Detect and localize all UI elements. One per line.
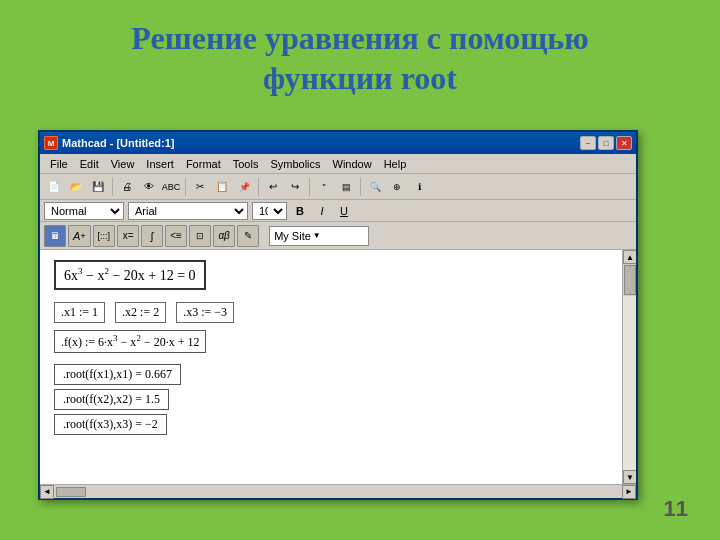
dropdown-arrow-icon: ▼ bbox=[313, 231, 321, 240]
assign-x1[interactable]: .x1 := 1 bbox=[54, 302, 105, 323]
separator-3 bbox=[258, 178, 259, 196]
math-btn-text[interactable]: ✎ bbox=[237, 225, 259, 247]
preview-icon[interactable]: 👁 bbox=[139, 177, 159, 197]
math-btn-equal[interactable]: x= bbox=[117, 225, 139, 247]
bold-button[interactable]: B bbox=[291, 202, 309, 220]
separator-4 bbox=[309, 178, 310, 196]
scroll-down-button[interactable]: ▼ bbox=[623, 470, 636, 484]
math-btn-compare[interactable]: <≡ bbox=[165, 225, 187, 247]
minimize-button[interactable]: − bbox=[580, 136, 596, 150]
math-btn-greek[interactable]: αβ bbox=[213, 225, 235, 247]
italic-button[interactable]: I bbox=[313, 202, 331, 220]
info-icon[interactable]: ℹ bbox=[409, 177, 429, 197]
new-icon[interactable]: 📄 bbox=[44, 177, 64, 197]
separator-1 bbox=[112, 178, 113, 196]
menu-edit[interactable]: Edit bbox=[74, 154, 105, 173]
title-bar: M Mathcad - [Untitled:1] − □ ✕ bbox=[40, 132, 636, 154]
assign-x2[interactable]: .x2 := 2 bbox=[115, 302, 166, 323]
quote-icon[interactable]: " bbox=[314, 177, 334, 197]
window-title: Mathcad - [Untitled:1] bbox=[62, 137, 580, 149]
main-toolbar: 📄 📂 💾 🖨 👁 ABC ✂ 📋 📌 ↩ ↪ " ▤ 🔍 ⊕ ℹ bbox=[40, 174, 636, 200]
print-icon[interactable]: 🖨 bbox=[117, 177, 137, 197]
cut-icon[interactable]: ✂ bbox=[190, 177, 210, 197]
my-site-dropdown[interactable]: My Site ▼ bbox=[269, 226, 369, 246]
menu-insert[interactable]: Insert bbox=[140, 154, 180, 173]
underline-button[interactable]: U bbox=[335, 202, 353, 220]
assignments-row: .x1 := 1 .x2 := 2 .x3 := −3 bbox=[54, 302, 608, 323]
menu-bar: File Edit View Insert Format Tools Symbo… bbox=[40, 154, 636, 174]
maximize-button[interactable]: □ bbox=[598, 136, 614, 150]
app-icon: M bbox=[44, 136, 58, 150]
separator-2 bbox=[185, 178, 186, 196]
page-number: 11 bbox=[664, 496, 688, 522]
root-results: .root(f(x1),x1) = 0.667 .root(f(x2),x2) … bbox=[54, 362, 608, 437]
root-result-3[interactable]: .root(f(x3),x3) = −2 bbox=[54, 414, 167, 435]
save-icon[interactable]: 💾 bbox=[88, 177, 108, 197]
root-result-1[interactable]: .root(f(x1),x1) = 0.667 bbox=[54, 364, 181, 385]
resource-icon[interactable]: ▤ bbox=[336, 177, 356, 197]
open-icon[interactable]: 📂 bbox=[66, 177, 86, 197]
content-area: 6x3 − x2 − 20x + 12 = 0 .x1 := 1 .x2 := … bbox=[40, 250, 636, 484]
menu-help[interactable]: Help bbox=[378, 154, 413, 173]
find-icon[interactable]: 🔍 bbox=[365, 177, 385, 197]
math-toolbar: 🖩 A+ [:::] x= ∫ <≡ ⊡ αβ ✎ My Site ▼ bbox=[40, 222, 636, 250]
format-bar: Normal Arial 10 B I U bbox=[40, 200, 636, 222]
vertical-scrollbar: ▲ ▼ bbox=[622, 250, 636, 484]
math-btn-integral[interactable]: ∫ bbox=[141, 225, 163, 247]
slide-title: Решение уравнения с помощью функции root bbox=[80, 18, 640, 98]
undo-icon[interactable]: ↩ bbox=[263, 177, 283, 197]
function-definition[interactable]: .f(x) := 6·x3 − x2 − 20·x + 12 bbox=[54, 330, 206, 353]
scroll-right-button[interactable]: ► bbox=[622, 485, 636, 499]
menu-window[interactable]: Window bbox=[327, 154, 378, 173]
math-btn-calc[interactable]: 🖩 bbox=[44, 225, 66, 247]
scroll-left-button[interactable]: ◄ bbox=[40, 485, 54, 499]
main-equation[interactable]: 6x3 − x2 − 20x + 12 = 0 bbox=[54, 260, 206, 290]
scroll-up-button[interactable]: ▲ bbox=[623, 250, 636, 264]
style-select[interactable]: Normal bbox=[44, 202, 124, 220]
menu-view[interactable]: View bbox=[105, 154, 141, 173]
menu-format[interactable]: Format bbox=[180, 154, 227, 173]
spell-icon[interactable]: ABC bbox=[161, 177, 181, 197]
math-btn-symbol[interactable]: A+ bbox=[68, 225, 91, 247]
redo-icon[interactable]: ↪ bbox=[285, 177, 305, 197]
root-result-2[interactable]: .root(f(x2),x2) = 1.5 bbox=[54, 389, 169, 410]
scroll-track bbox=[623, 296, 636, 470]
document-area: 6x3 − x2 − 20x + 12 = 0 .x1 := 1 .x2 := … bbox=[40, 250, 622, 484]
paste-icon[interactable]: 📌 bbox=[234, 177, 254, 197]
menu-file[interactable]: File bbox=[44, 154, 74, 173]
zoom-icon[interactable]: ⊕ bbox=[387, 177, 407, 197]
assign-x3[interactable]: .x3 := −3 bbox=[176, 302, 234, 323]
window-controls: − □ ✕ bbox=[580, 136, 632, 150]
separator-5 bbox=[360, 178, 361, 196]
menu-tools[interactable]: Tools bbox=[227, 154, 265, 173]
h-scroll-thumb[interactable] bbox=[56, 487, 86, 497]
menu-symbolics[interactable]: Symbolics bbox=[264, 154, 326, 173]
horizontal-scrollbar: ◄ ► bbox=[40, 484, 636, 498]
close-button[interactable]: ✕ bbox=[616, 136, 632, 150]
font-select[interactable]: Arial bbox=[128, 202, 248, 220]
copy-icon[interactable]: 📋 bbox=[212, 177, 232, 197]
size-select[interactable]: 10 bbox=[252, 202, 287, 220]
scroll-thumb[interactable] bbox=[624, 265, 636, 295]
math-btn-matrix[interactable]: [:::] bbox=[93, 225, 116, 247]
math-btn-plot[interactable]: ⊡ bbox=[189, 225, 211, 247]
mathcad-window: M Mathcad - [Untitled:1] − □ ✕ File Edit… bbox=[38, 130, 638, 500]
